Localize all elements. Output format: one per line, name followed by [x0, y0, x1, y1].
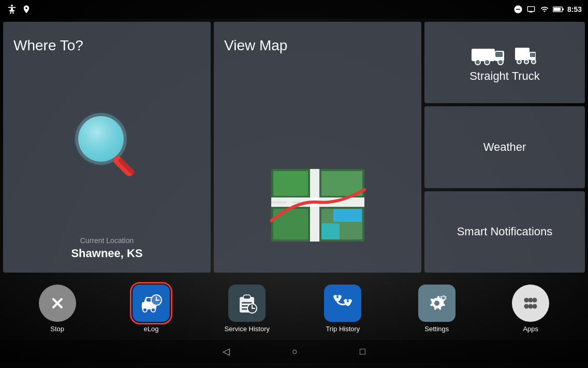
trip-history-icon	[324, 285, 361, 322]
svg-rect-11	[310, 169, 319, 242]
svg-rect-22	[495, 52, 503, 57]
home-button[interactable]: ○	[292, 346, 298, 357]
location-icon	[22, 4, 31, 15]
svg-point-37	[151, 308, 155, 312]
apps-button[interactable]: Apps	[510, 285, 551, 333]
settings-button[interactable]: Settings	[416, 285, 458, 333]
svg-point-55	[336, 296, 339, 298]
svg-rect-3	[553, 8, 561, 11]
stop-icon	[39, 285, 76, 322]
svg-point-62	[524, 304, 529, 308]
stop-button[interactable]: Stop	[37, 285, 78, 333]
svg-point-0	[11, 5, 13, 7]
main-content: Where To? Current Loca	[0, 19, 588, 273]
service-history-icon	[228, 285, 266, 322]
magnifier-icon	[66, 104, 149, 187]
svg-rect-16	[273, 209, 308, 239]
status-right: 8:53	[513, 5, 582, 14]
svg-point-60	[528, 298, 533, 302]
smart-notifications-tile[interactable]: Smart Notifications	[424, 191, 585, 273]
svg-rect-28	[530, 53, 535, 57]
weather-label: Weather	[483, 140, 526, 154]
svg-rect-26	[515, 48, 530, 60]
view-map-tile[interactable]: View Map	[214, 22, 421, 273]
clock: 8:53	[567, 5, 582, 13]
straight-truck-tile[interactable]: Straight Truck	[424, 22, 585, 103]
elog-label: eLog	[144, 325, 159, 333]
recent-button[interactable]: □	[360, 346, 365, 357]
svg-rect-20	[472, 49, 495, 61]
svg-point-58	[442, 296, 445, 299]
svg-point-31	[532, 60, 536, 64]
svg-point-29	[517, 60, 521, 64]
trip-history-button[interactable]: Trip History	[322, 285, 363, 333]
svg-point-42	[156, 299, 157, 301]
svg-rect-19	[321, 223, 340, 239]
svg-point-30	[524, 60, 528, 64]
svg-point-23	[475, 60, 480, 65]
weather-tile[interactable]: Weather	[424, 106, 585, 188]
service-history-button[interactable]: Service History	[225, 285, 270, 333]
bottom-dock: Stop eLog	[0, 273, 588, 340]
where-to-title: Where To?	[13, 37, 83, 54]
svg-rect-14	[273, 171, 308, 196]
svg-rect-15	[321, 171, 362, 196]
svg-point-57	[434, 301, 439, 306]
svg-rect-12	[271, 202, 287, 203]
apps-label: Apps	[523, 325, 538, 333]
svg-rect-44	[243, 295, 251, 299]
settings-label: Settings	[424, 325, 449, 333]
svg-point-24	[484, 60, 490, 65]
where-to-tile[interactable]: Where To? Current Loca	[3, 22, 211, 273]
settings-icon	[418, 285, 455, 322]
svg-rect-18	[333, 209, 362, 222]
straight-truck-label: Straight Truck	[469, 69, 540, 83]
accessibility-icon	[6, 4, 18, 15]
elog-button[interactable]: eLog	[130, 285, 172, 333]
location-info: Current Location Shawnee, KS	[71, 236, 142, 260]
trip-history-label: Trip History	[326, 325, 360, 333]
location-name: Shawnee, KS	[71, 247, 142, 260]
apps-icon	[512, 285, 549, 322]
service-history-label: Service History	[225, 325, 270, 333]
display-icon	[526, 5, 536, 13]
svg-point-59	[524, 298, 529, 302]
svg-point-6	[78, 116, 124, 162]
current-location-label: Current Location	[71, 236, 142, 245]
svg-point-25	[498, 60, 503, 65]
svg-point-63	[528, 304, 533, 308]
wifi-icon	[539, 5, 550, 13]
truck-icons	[472, 43, 538, 65]
status-left	[6, 4, 31, 15]
svg-rect-45	[242, 302, 252, 304]
status-bar: 8:53	[0, 0, 588, 19]
dnd-icon	[513, 5, 523, 14]
right-column: Straight Truck Weather Smart Notificatio…	[424, 22, 585, 273]
stop-label: Stop	[50, 325, 64, 333]
view-map-title: View Map	[224, 37, 287, 54]
svg-point-36	[143, 308, 147, 312]
svg-point-64	[533, 304, 537, 308]
svg-point-61	[533, 298, 537, 302]
battery-icon	[553, 6, 564, 13]
map-icon	[266, 159, 370, 252]
bottom-nav: ◁ ○ □	[0, 340, 588, 363]
back-button[interactable]: ◁	[223, 346, 230, 357]
svg-rect-2	[562, 8, 564, 10]
elog-icon	[133, 285, 170, 322]
svg-point-56	[347, 300, 349, 302]
smart-notifications-label: Smart Notifications	[457, 225, 553, 238]
